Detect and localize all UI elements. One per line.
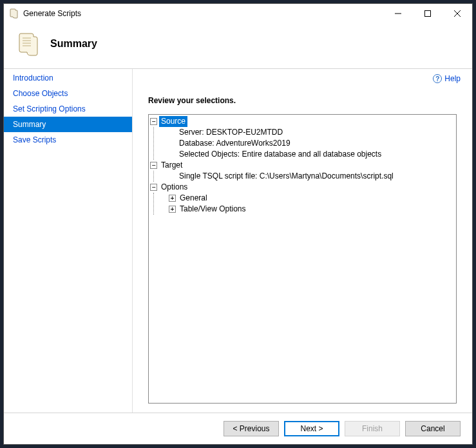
page-title: Summary [50,38,97,50]
window-controls [383,4,472,23]
help-label: Help [444,74,461,83]
next-button[interactable]: Next > [284,421,339,436]
help-icon: ? [433,74,442,83]
help-row: ? Help [133,69,472,83]
titlebar: Generate Scripts [4,4,472,23]
app-icon [9,8,19,19]
tree-collapse-target[interactable]: − [150,162,157,169]
summary-tree[interactable]: − Source Server: DESKTOP-EU2MTDD Databas… [148,114,457,404]
tree-leaf-script-file[interactable]: Single TSQL script file: C:\Users\Martyn… [177,171,395,182]
minimize-icon [395,10,401,17]
sidebar-item-save-scripts[interactable]: Save Scripts [4,132,132,148]
sidebar-item-introduction[interactable]: Introduction [4,70,132,86]
script-icon [15,31,41,57]
sidebar-item-summary[interactable]: Summary [4,117,132,132]
window-title: Generate Scripts [23,9,383,18]
tree-node-options[interactable]: Options [159,182,189,193]
tree-leaf-database[interactable]: Database: AdventureWorks2019 [177,138,292,149]
tree-leaf-selected-objects[interactable]: Selected Objects: Entire database and al… [177,149,383,160]
previous-button[interactable]: < Previous [224,421,279,436]
sidebar: Introduction Choose Objects Set Scriptin… [4,69,133,413]
sidebar-item-choose-objects[interactable]: Choose Objects [4,86,132,101]
tree-expand-tableview[interactable]: + [169,206,176,213]
tree-collapse-options[interactable]: − [150,184,157,191]
close-icon [454,10,461,17]
header-panel: Summary [4,23,472,69]
body-area: Introduction Choose Objects Set Scriptin… [4,69,472,413]
maximize-button[interactable] [413,4,443,23]
maximize-icon [424,10,431,17]
close-button[interactable] [443,4,472,23]
generate-scripts-window: Generate Scripts Summary Introduction [3,3,473,445]
tree-node-general[interactable]: General [178,193,209,204]
main-content: ? Help Review your selections. − Source [133,69,472,413]
tree-leaf-server[interactable]: Server: DESKTOP-EU2MTDD [177,127,285,138]
minimize-button[interactable] [383,4,413,23]
tree-node-source[interactable]: Source [159,116,187,127]
help-link[interactable]: ? Help [433,74,461,83]
svg-rect-1 [425,11,431,17]
finish-button: Finish [345,421,400,436]
sidebar-item-set-scripting-options[interactable]: Set Scripting Options [4,101,132,117]
cancel-button[interactable]: Cancel [405,421,461,436]
tree-node-target[interactable]: Target [159,160,184,171]
tree-collapse-source[interactable]: − [150,118,157,125]
button-bar: < Previous Next > Finish Cancel [4,413,472,444]
instruction-text: Review your selections. [133,83,472,114]
tree-node-tableview-options[interactable]: Table/View Options [178,204,248,215]
tree-expand-general[interactable]: + [169,195,176,202]
